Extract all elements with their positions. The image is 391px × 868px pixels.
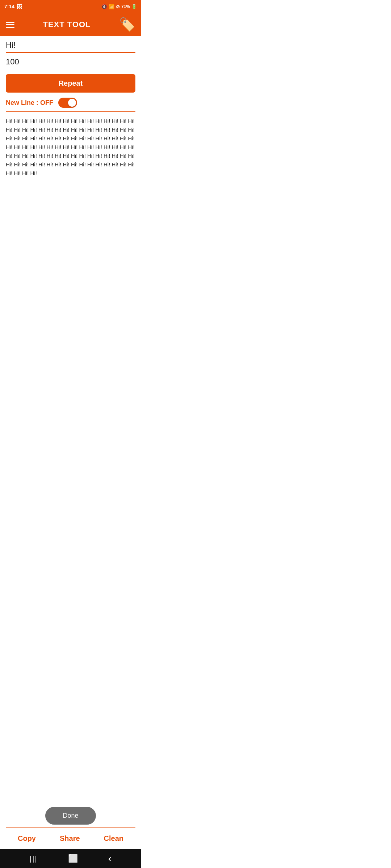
mute-icon: 🔇 bbox=[101, 4, 107, 9]
nav-menu-icon[interactable]: ||| bbox=[30, 855, 38, 863]
status-bar: 7:14 🖼 🔇 📶 ⊘ 71% 🔋 bbox=[0, 0, 141, 13]
dnd-icon: ⊘ bbox=[116, 4, 120, 9]
app-title: TEXT TOOL bbox=[43, 20, 91, 29]
clean-button[interactable]: Clean bbox=[97, 833, 131, 844]
done-button[interactable]: Done bbox=[45, 807, 96, 825]
toggle-label: New Line : OFF bbox=[6, 99, 53, 107]
image-icon: 🖼 bbox=[17, 4, 22, 9]
nav-home-icon[interactable]: ⬜ bbox=[68, 854, 78, 863]
newline-toggle[interactable] bbox=[58, 98, 77, 108]
status-time: 7:14 bbox=[4, 4, 14, 9]
toggle-row: New Line : OFF bbox=[6, 98, 135, 112]
text-input[interactable] bbox=[6, 41, 135, 50]
app-icon: 🏷️ bbox=[119, 17, 135, 32]
battery-icon: 🔋 bbox=[131, 4, 137, 9]
status-right: 🔇 📶 ⊘ 71% 🔋 bbox=[101, 4, 137, 9]
toggle-slider bbox=[58, 98, 77, 108]
repeat-button[interactable]: Repeat bbox=[6, 74, 135, 93]
app-bar: TEXT TOOL 🏷️ bbox=[0, 13, 141, 36]
nav-back-icon[interactable]: ‹ bbox=[108, 853, 112, 864]
done-button-container: Done bbox=[6, 801, 135, 827]
menu-button[interactable] bbox=[6, 22, 14, 28]
number-input-container bbox=[6, 57, 135, 69]
copy-button[interactable]: Copy bbox=[10, 833, 43, 844]
main-content: Repeat New Line : OFF Hi! Hi! Hi! Hi! Hi… bbox=[0, 36, 141, 849]
output-text: Hi! Hi! Hi! Hi! Hi! Hi! Hi! Hi! Hi! Hi! … bbox=[6, 115, 135, 801]
text-input-container bbox=[6, 41, 135, 53]
nav-bar: ||| ⬜ ‹ bbox=[0, 849, 141, 868]
share-button[interactable]: Share bbox=[52, 833, 87, 844]
number-input[interactable] bbox=[6, 57, 135, 67]
status-left: 7:14 🖼 bbox=[4, 4, 22, 9]
battery-text: 71% bbox=[121, 4, 130, 9]
wifi-icon: 📶 bbox=[109, 4, 114, 9]
bottom-action-bar: Copy Share Clean bbox=[6, 827, 135, 849]
